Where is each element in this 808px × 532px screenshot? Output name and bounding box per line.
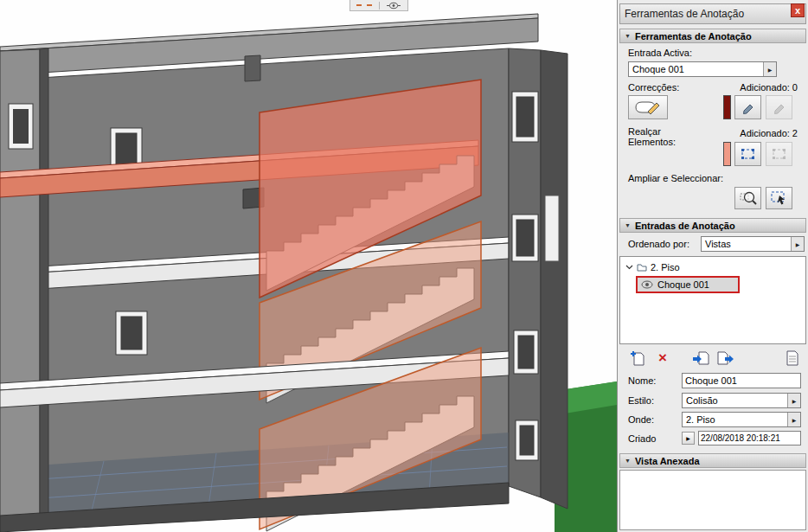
created-flyout-button[interactable]: ▶ bbox=[682, 432, 695, 445]
name-label: Nome: bbox=[628, 375, 656, 386]
remove-highlight-button[interactable] bbox=[766, 142, 792, 166]
select-marquee-cursor-icon bbox=[771, 190, 788, 206]
export-entry-button[interactable] bbox=[715, 349, 735, 367]
dashed-line-icon bbox=[356, 4, 372, 6]
tree-item-piso[interactable]: 2. Piso bbox=[620, 260, 805, 274]
select-elements-button[interactable] bbox=[766, 187, 792, 209]
eye-icon[interactable] bbox=[641, 280, 653, 289]
import-icon bbox=[693, 350, 709, 366]
combo-arrow-icon[interactable]: ▶ bbox=[787, 413, 800, 426]
add-correction-button[interactable] bbox=[734, 95, 761, 119]
combo-arrow-icon[interactable]: ▶ bbox=[787, 394, 800, 407]
combo-arrow-icon[interactable]: ▶ bbox=[763, 62, 776, 76]
attached-view-preview[interactable] bbox=[619, 470, 806, 530]
section-title-entries: Entradas de Anotação bbox=[635, 221, 735, 231]
created-label: Criado bbox=[628, 433, 656, 444]
correction-tool-button[interactable] bbox=[628, 95, 668, 119]
pencil-icon bbox=[741, 100, 755, 114]
active-entry-value: Choque 001 bbox=[629, 62, 763, 76]
tree-expander-icon[interactable] bbox=[625, 265, 633, 270]
zoom-to-elements-button[interactable] bbox=[734, 187, 761, 209]
pencil-icon bbox=[773, 100, 786, 114]
story-folder-icon bbox=[637, 262, 647, 272]
add-highlight-button[interactable] bbox=[734, 142, 761, 166]
corrections-added-count: Adicionado: 0 bbox=[740, 82, 798, 93]
highlight-added-count: Adicionado: 2 bbox=[740, 128, 798, 138]
sorted-by-combo[interactable]: Vistas ▶ bbox=[701, 236, 805, 252]
correction-cloud-pencil-icon bbox=[634, 99, 662, 116]
remove-correction-button[interactable] bbox=[766, 95, 792, 119]
style-combo[interactable]: Colisão ▶ bbox=[682, 393, 801, 408]
entry-report-button[interactable] bbox=[782, 349, 803, 367]
panel-title: Ferramentas de Anotação bbox=[625, 8, 744, 20]
delete-entry-button[interactable]: × bbox=[652, 349, 673, 367]
where-label: Onde: bbox=[628, 414, 654, 425]
new-entry-icon bbox=[629, 350, 644, 366]
section-title-tools: Ferramentas de Anotação bbox=[635, 31, 752, 42]
style-value: Colisão bbox=[683, 394, 787, 407]
tree-child-label: Choque 001 bbox=[657, 279, 709, 290]
highlight-label-line1: Realçar bbox=[628, 126, 661, 137]
section-header-attached-view[interactable]: ▼ Vista Anexada bbox=[619, 453, 806, 468]
created-value: 22/08/2018 20:18:21 bbox=[698, 431, 801, 445]
left-wall bbox=[0, 48, 48, 529]
collapse-icon: ▼ bbox=[625, 222, 631, 228]
annotation-tools-panel: Ferramentas de Anotação x ▼ Ferramentas … bbox=[617, 0, 808, 532]
where-combo[interactable]: 2. Piso ▶ bbox=[682, 412, 801, 427]
eye-icon bbox=[387, 2, 401, 10]
corrections-label: Correcções: bbox=[628, 82, 679, 93]
active-entry-label: Entrada Activa: bbox=[628, 48, 692, 58]
entries-tree[interactable]: 2. Piso Choque 001 bbox=[619, 256, 806, 344]
tree-item-choque-selected[interactable]: Choque 001 bbox=[636, 276, 740, 293]
sorted-by-label: Ordenado por: bbox=[628, 239, 689, 249]
section-header-entries[interactable]: ▼ Entradas de Anotação bbox=[619, 218, 806, 233]
tree-parent-label: 2. Piso bbox=[651, 262, 680, 272]
where-value: 2. Piso bbox=[683, 413, 787, 426]
section-title-attached-view: Vista Anexada bbox=[635, 456, 700, 466]
floating-toolbar-fragment bbox=[349, 0, 408, 11]
active-entry-combo[interactable]: Choque 001 ▶ bbox=[628, 61, 777, 77]
document-icon bbox=[786, 350, 799, 366]
panel-titlebar[interactable]: Ferramentas de Anotação bbox=[619, 3, 806, 24]
style-label: Estilo: bbox=[628, 395, 654, 406]
sorted-by-value: Vistas bbox=[702, 237, 791, 251]
name-input[interactable] bbox=[682, 373, 801, 388]
visibility-button[interactable] bbox=[380, 0, 408, 10]
new-entry-button[interactable] bbox=[626, 349, 647, 367]
dashed-line-style-button[interactable] bbox=[350, 0, 379, 10]
section-header-tools[interactable]: ▼ Ferramentas de Anotação bbox=[619, 29, 806, 43]
3d-viewport[interactable] bbox=[0, 0, 617, 532]
building-section-3d[interactable] bbox=[0, 0, 617, 532]
delete-x-icon: × bbox=[658, 351, 667, 365]
correction-color-swatch[interactable] bbox=[723, 95, 731, 119]
zoom-select-label: Ampliar e Seleccionar: bbox=[628, 173, 723, 183]
marquee-icon bbox=[772, 148, 786, 161]
close-button[interactable]: x bbox=[791, 3, 805, 17]
combo-arrow-icon[interactable]: ▶ bbox=[791, 237, 804, 251]
highlight-label-line2: Elementos: bbox=[628, 137, 676, 147]
marquee-icon bbox=[741, 148, 755, 161]
export-icon bbox=[717, 350, 734, 366]
magnifier-icon bbox=[740, 190, 757, 206]
import-entry-button[interactable] bbox=[690, 349, 711, 367]
collapse-icon: ▼ bbox=[625, 458, 631, 464]
combo-arrow-icon: ▶ bbox=[686, 435, 690, 441]
highlight-color-swatch[interactable] bbox=[723, 142, 731, 166]
collapse-icon: ▼ bbox=[625, 33, 631, 39]
